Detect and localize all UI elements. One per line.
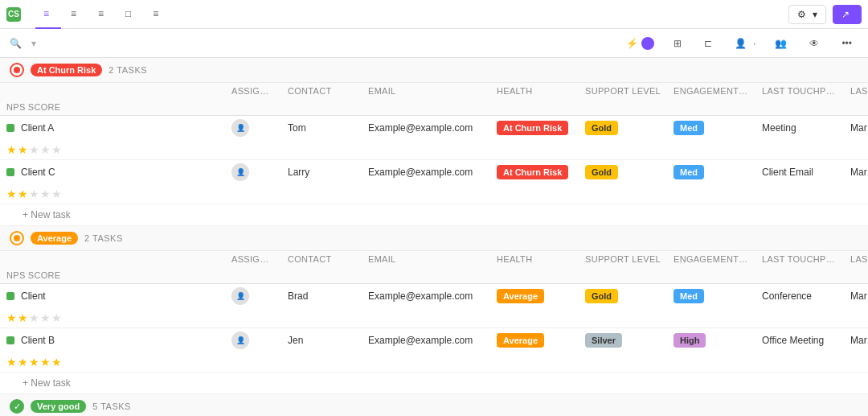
task-contact-cell: Larry (281, 163, 362, 181)
checkmark-icon: ✓ (14, 402, 21, 412)
star-filled: ★ (6, 143, 17, 156)
search-chevron-icon: ▾ (31, 38, 36, 49)
toolbar-right: ⚡ ⊞ ⊏ 👤 · 👥 👁 ••• (620, 35, 858, 52)
task-email-cell: Example@example.com (362, 332, 490, 349)
filter-button[interactable]: ⚡ (620, 35, 661, 52)
engagement-badge: High (674, 333, 706, 348)
group-by-button[interactable]: ⊞ (667, 35, 691, 51)
table-row[interactable]: Client B 👤JenExample@example.comAverageS… (0, 328, 868, 373)
task-last-touchpoint-date-cell: Mar 10 (844, 332, 868, 349)
engagement-badge: Med (674, 121, 704, 135)
health-badge: Average (497, 333, 544, 348)
task-assignee-cell: 👤 (225, 284, 281, 308)
star-filled: ★ (18, 356, 28, 369)
ellipsis-icon: ••• (841, 38, 852, 49)
col-header-8: LAST TOUCHPOI... (844, 251, 868, 267)
star-filled: ★ (40, 356, 51, 369)
col-header-6: ENGAGEMENT L... (667, 83, 755, 99)
health-badge: At Churn Risk (497, 165, 568, 179)
nps-tab-icon: ≡ (98, 8, 104, 19)
group-header-churn[interactable]: At Churn Risk2 TASKS (0, 58, 868, 83)
table-row[interactable]: Client C 👤LarryExample@example.comAt Chu… (0, 160, 868, 204)
star-filled: ★ (29, 356, 39, 369)
col-header-7: LAST TOUCHPOI... (755, 83, 844, 99)
task-nps-cell: ★★★★★ (0, 184, 225, 204)
star-empty: ★ (51, 143, 62, 156)
star-filled: ★ (18, 143, 28, 156)
search-box[interactable]: 🔍 ▾ (10, 38, 36, 49)
col-header-5: SUPPORT LEVEL (579, 251, 667, 267)
table-row[interactable]: Client A 👤TomExample@example.comAt Churn… (0, 116, 868, 160)
tab-playbook[interactable]: □ (117, 0, 143, 29)
subtasks-icon: ⊏ (704, 38, 712, 49)
me-button[interactable]: 👤 · (728, 35, 762, 51)
engagement-tab-icon: ≡ (43, 8, 49, 19)
task-last-touchpoint-cell: Client Email (755, 163, 844, 181)
group-task-count: 2 TASKS (84, 233, 123, 243)
task-name: Client A (21, 122, 54, 134)
nav-right: ⚙ ▾ ↗ (788, 5, 862, 24)
group-header-verygood[interactable]: ✓Very good5 TASKS (0, 394, 868, 416)
share-icon: ↗ (841, 9, 850, 20)
nav-tabs: ≡ ≡ ≡ □ ≡ (35, 0, 788, 29)
group-badge: Very good (31, 400, 86, 413)
col-header-3: EMAIL (362, 83, 490, 99)
task-engagement-cell: High (667, 332, 755, 349)
assignees-icon: 👥 (775, 38, 787, 49)
star-empty: ★ (51, 187, 62, 200)
col-header-9: NPS SCORE (0, 267, 225, 283)
task-last-touchpoint-cell: Conference (755, 287, 844, 305)
new-task-button[interactable]: + New task (0, 373, 868, 394)
col-header-0 (0, 251, 225, 267)
support-badge: Gold (585, 121, 618, 135)
star-empty: ★ (29, 187, 39, 200)
subtasks-button[interactable]: ⊏ (698, 35, 722, 51)
support-badge: Gold (585, 289, 618, 303)
col-header-9: NPS SCORE (0, 99, 225, 115)
col-header-0 (0, 83, 225, 99)
group-badge: At Churn Risk (31, 64, 102, 76)
task-support-cell: Gold (579, 287, 667, 305)
engagement-badge: Med (674, 165, 704, 179)
task-last-touchpoint-date-cell: Mar 29 (844, 163, 868, 181)
automate-button[interactable]: ⚙ ▾ (788, 5, 826, 24)
task-support-cell: Gold (579, 163, 667, 181)
tab-feedback[interactable]: ≡ (145, 0, 170, 29)
more-options-button[interactable]: ••• (835, 35, 858, 51)
table-row[interactable]: Client 👤BradExample@example.comAverageGo… (0, 284, 868, 328)
col-header-4: HEALTH (490, 251, 579, 267)
star-filled: ★ (6, 356, 17, 369)
group-header-average[interactable]: Average2 TASKS (0, 226, 868, 251)
engagement-badge: Med (674, 289, 704, 303)
task-health-cell: At Churn Risk (490, 119, 579, 137)
avatar: 👤 (231, 287, 249, 305)
star-rating: ★★★★★ (6, 143, 219, 156)
group-icon: ⊞ (674, 38, 682, 49)
col-header-2: CONTACT (281, 251, 362, 267)
assignees-button[interactable]: 👥 (768, 35, 796, 51)
tab-renewal[interactable]: ≡ (63, 0, 88, 29)
tab-engagement[interactable]: ≡ (35, 0, 61, 29)
tab-nps[interactable]: ≡ (90, 0, 116, 29)
task-email-cell: Example@example.com (362, 163, 490, 181)
task-contact-cell: Brad (281, 287, 362, 305)
tab-view[interactable] (172, 0, 188, 29)
share-button[interactable]: ↗ (833, 5, 862, 24)
feedback-tab-icon: ≡ (153, 8, 158, 19)
new-task-button[interactable]: + New task (0, 204, 868, 226)
task-health-cell: At Churn Risk (490, 163, 579, 181)
show-button[interactable]: 👁 (803, 35, 829, 51)
star-rating: ★★★★★ (6, 311, 219, 324)
star-filled: ★ (6, 187, 17, 200)
star-empty: ★ (40, 143, 51, 156)
groups-container: At Churn Risk2 TASKSASSIGNEECONTACTEMAIL… (0, 58, 868, 416)
support-badge: Gold (585, 165, 618, 179)
task-status-dot (6, 168, 14, 176)
me-icon: 👤 (735, 38, 747, 49)
group-task-count: 5 TASKS (92, 402, 131, 411)
app-logo: CS (6, 7, 35, 22)
renewal-tab-icon: ≡ (71, 8, 76, 19)
star-rating: ★★★★★ (6, 187, 219, 200)
automate-icon: ⚙ (797, 9, 806, 20)
col-header-1: ASSIGNEE (225, 83, 281, 99)
